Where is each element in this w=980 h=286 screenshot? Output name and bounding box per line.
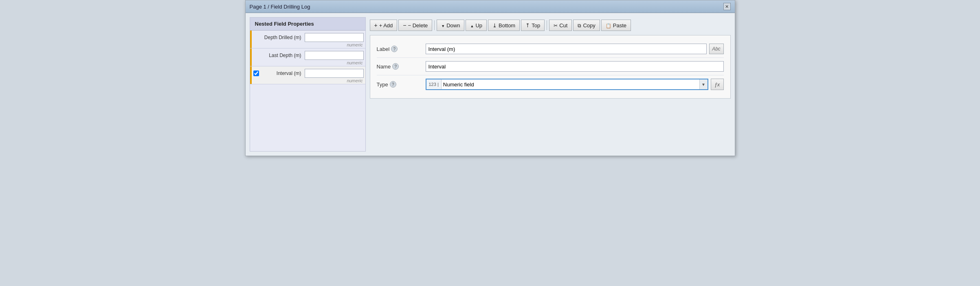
delete-button[interactable]: − Delete xyxy=(398,20,432,31)
left-accent-2 xyxy=(250,48,252,66)
down-label: Down xyxy=(446,22,460,29)
arrow-down-icon xyxy=(441,22,445,29)
field-input-wrap-last-depth: numeric xyxy=(305,51,364,65)
titlebar: Page 1 / Field Drilling Log ✕ xyxy=(246,0,735,13)
up-label: Up xyxy=(475,22,482,29)
left-accent-3 xyxy=(250,66,252,84)
properties-grid: Label ? Abc Name ? xyxy=(370,35,731,99)
top-icon xyxy=(525,22,530,29)
fx-button[interactable]: ƒx xyxy=(711,79,724,90)
toolbar-separator-1 xyxy=(434,20,435,30)
label-field-value-wrap: Abc xyxy=(426,44,724,54)
paste-icon xyxy=(606,22,611,29)
paste-button[interactable]: Paste xyxy=(601,20,631,31)
name-field-label-text: Name xyxy=(377,64,391,70)
field-type-hint-interval: numeric xyxy=(347,78,363,83)
minus-icon xyxy=(403,22,406,29)
plus-icon xyxy=(374,22,378,29)
type-dropdown-arrow[interactable]: ▼ xyxy=(699,79,708,89)
type-field-label-text: Type xyxy=(377,81,388,88)
type-select[interactable]: Numeric field xyxy=(442,79,699,89)
type-numeric-icon: 123 | xyxy=(426,79,442,89)
add-button[interactable]: + Add xyxy=(370,20,398,31)
close-button[interactable]: ✕ xyxy=(723,3,731,10)
toolbar-separator-2 xyxy=(547,20,547,30)
window-title: Page 1 / Field Drilling Log xyxy=(250,4,310,10)
down-button[interactable]: Down xyxy=(437,20,464,31)
paste-label: Paste xyxy=(613,22,626,29)
name-help-icon[interactable]: ? xyxy=(392,63,399,70)
field-label-last-depth: Last Depth (m) xyxy=(252,51,305,58)
field-input-last-depth[interactable] xyxy=(305,51,364,60)
main-content: Nested Field Properties Depth Drilled (m… xyxy=(246,13,735,156)
main-window: Page 1 / Field Drilling Log ✕ Nested Fie… xyxy=(245,0,735,156)
prop-row-type: Type ? 123 | Numeric field ▼ ƒx xyxy=(377,75,724,93)
left-panel: Nested Field Properties Depth Drilled (m… xyxy=(250,17,366,152)
bottom-button[interactable]: Bottom xyxy=(488,20,520,31)
label-help-icon[interactable]: ? xyxy=(391,46,398,52)
bottom-icon xyxy=(492,22,497,29)
prop-row-name: Name ? xyxy=(377,58,724,75)
cut-label: Cut xyxy=(559,22,567,29)
prop-row-label: Label ? Abc xyxy=(377,40,724,58)
left-accent xyxy=(250,31,252,48)
copy-icon xyxy=(578,22,581,29)
field-label-interval: Interval (m) xyxy=(260,69,305,76)
type-field-label: Type ? xyxy=(377,81,426,88)
name-field-value-wrap xyxy=(426,61,724,72)
add-label: + Add xyxy=(379,22,393,29)
bottom-label: Bottom xyxy=(499,22,515,29)
field-row-interval: Interval (m) numeric xyxy=(250,66,365,84)
field-row-depth-drilled: Depth Drilled (m) numeric xyxy=(250,31,365,48)
name-field-input[interactable] xyxy=(426,61,724,72)
field-input-interval[interactable] xyxy=(305,69,364,78)
label-field-label: Label ? xyxy=(377,46,426,52)
right-panel: + Add − Delete Down Up Bottom xyxy=(370,17,731,152)
field-input-wrap-interval: numeric xyxy=(305,69,364,83)
type-select-wrap: 123 | Numeric field ▼ xyxy=(426,79,708,90)
checkbox-col-interval xyxy=(252,69,260,77)
arrow-up-icon xyxy=(470,22,474,29)
field-checkbox-interval[interactable] xyxy=(253,70,259,76)
type-field-value-wrap: 123 | Numeric field ▼ ƒx xyxy=(426,79,724,90)
cut-button[interactable]: Cut xyxy=(549,20,572,31)
label-field-label-text: Label xyxy=(377,46,390,52)
up-button[interactable]: Up xyxy=(466,20,487,31)
field-type-hint-depth-drilled: numeric xyxy=(347,42,363,47)
field-row-last-depth: Last Depth (m) numeric xyxy=(250,48,365,66)
scissors-icon xyxy=(554,22,558,29)
name-field-label: Name ? xyxy=(377,63,426,70)
field-type-hint-last-depth: numeric xyxy=(347,60,363,65)
copy-button[interactable]: Copy xyxy=(573,20,600,31)
top-label: Top xyxy=(532,22,540,29)
label-field-input[interactable] xyxy=(426,44,707,54)
panel-header: Nested Field Properties xyxy=(250,18,365,31)
toolbar: + Add − Delete Down Up Bottom xyxy=(370,17,731,35)
field-rows: Depth Drilled (m) numeric Last Depth (m)… xyxy=(250,31,365,84)
field-input-wrap-depth-drilled: numeric xyxy=(305,33,364,47)
field-input-depth-drilled[interactable] xyxy=(305,33,364,42)
delete-label: − Delete xyxy=(408,22,428,29)
type-help-icon[interactable]: ? xyxy=(390,81,396,88)
field-label-depth-drilled: Depth Drilled (m) xyxy=(252,33,305,40)
copy-label: Copy xyxy=(583,22,595,29)
abc-button[interactable]: Abc xyxy=(709,44,724,54)
top-button[interactable]: Top xyxy=(521,20,545,31)
